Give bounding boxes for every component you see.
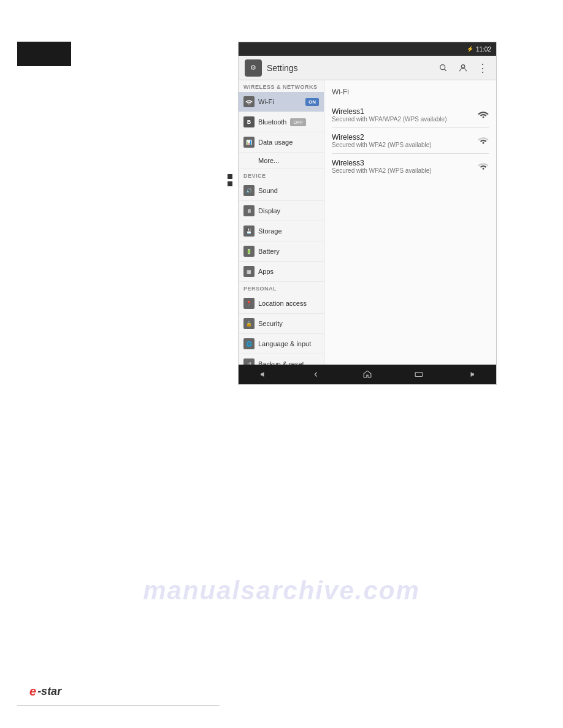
bullet-1 [228,174,232,179]
wifi-label: Wi-Fi [258,98,302,105]
wifi-network-3-security: Secured with WPA2 (WPS available) [332,167,478,174]
language-icon: 🌐 [243,338,255,349]
svg-line-1 [445,69,446,70]
data-usage-icon: 📊 [243,137,255,148]
backup-icon: ↺ [243,358,255,365]
black-rectangle [17,42,71,66]
nav-back[interactable] [307,365,325,384]
backup-reset-label: Backup & reset [258,360,304,365]
battery-icon: ⚡ [467,46,473,52]
wifi-network-2-name: Wireless2 [332,133,478,142]
section-personal: PERSONAL [239,282,324,294]
wifi-network-3-name: Wireless3 [332,159,478,167]
app-bar: ⚙ Settings ⋮ [239,56,496,80]
sidebar-item-data-usage[interactable]: 📊 Data usage [239,132,324,153]
estar-logo: e -star [29,684,61,699]
more-label: More... [243,157,279,164]
wifi-icon [243,96,255,107]
display-icon: 🖥 [243,205,255,216]
settings-app-icon: ⚙ [245,59,262,77]
display-label: Display [258,207,280,214]
battery-sidebar-icon: 🔋 [243,246,255,257]
user-action-icon[interactable] [456,61,470,75]
storage-icon: 💾 [243,226,255,237]
bottom-line [17,705,220,706]
wifi-network-wireless3[interactable]: Wireless3 Secured with WPA2 (WPS availab… [332,154,489,179]
sidebar-item-storage[interactable]: 💾 Storage [239,221,324,241]
battery-label: Battery [258,248,280,255]
wifi-panel-title: Wi-Fi [332,88,489,96]
nav-bar [239,365,496,384]
wifi-signal-2-icon [478,135,489,146]
estar-e: e [29,684,36,699]
status-bar-icons: ⚡ 11:02 [467,46,491,53]
data-usage-label: Data usage [258,138,293,146]
storage-label: Storage [258,227,282,235]
svg-marker-3 [261,372,264,377]
wifi-panel: Wi-Fi Wireless1 Secured with WPA/WPA2 (W… [324,80,496,365]
sidebar-item-security[interactable]: 🔒 Security [239,314,324,334]
app-bar-actions: ⋮ [436,61,490,75]
bullet-2 [228,181,232,186]
location-icon: 📍 [243,298,255,309]
search-action-icon[interactable] [436,61,451,75]
sidebar: WIRELESS & NETWORKS Wi-Fi ON B Bluetooth… [239,80,324,365]
sidebar-item-apps[interactable]: ▦ Apps [239,262,324,282]
sound-label: Sound [258,187,278,194]
wifi-network-2-info: Wireless2 Secured with WPA2 (WPS availab… [332,133,478,148]
bluetooth-label: Bluetooth [258,118,286,126]
nav-home[interactable] [358,365,377,384]
sound-icon: 🔊 [243,185,255,196]
security-label: Security [258,320,283,327]
status-bar: ⚡ 11:02 [239,42,496,56]
apps-label: Apps [258,268,274,275]
svg-rect-5 [415,373,423,377]
sidebar-item-more[interactable]: More... [239,153,324,169]
more-action-icon[interactable]: ⋮ [475,61,490,75]
nav-volume-up[interactable] [461,365,480,384]
sidebar-item-location-access[interactable]: 📍 Location access [239,294,324,314]
wifi-network-wireless2[interactable]: Wireless2 Secured with WPA2 (WPS availab… [332,128,489,154]
nav-volume-down[interactable] [255,365,274,384]
svg-point-2 [461,64,464,67]
estar-text: -star [37,685,61,698]
app-title: Settings [267,63,436,73]
apps-icon: ▦ [243,266,255,277]
nav-recents[interactable] [410,365,428,384]
bullet-marks [228,174,232,186]
wifi-network-wireless1[interactable]: Wireless1 Secured with WPA/WPA2 (WPS ava… [332,102,489,128]
bluetooth-icon: B [243,116,255,127]
location-access-label: Location access [258,300,307,307]
security-icon: 🔒 [243,318,255,329]
sidebar-item-bluetooth[interactable]: B Bluetooth OFF [239,112,324,132]
section-device: DEVICE [239,169,324,181]
sidebar-item-backup-reset[interactable]: ↺ Backup & reset [239,354,324,365]
sidebar-item-sound[interactable]: 🔊 Sound [239,181,324,201]
wifi-network-1-name: Wireless1 [332,107,478,116]
wifi-toggle[interactable]: ON [305,98,319,106]
content-area: WIRELESS & NETWORKS Wi-Fi ON B Bluetooth… [239,80,496,365]
sidebar-item-battery[interactable]: 🔋 Battery [239,241,324,262]
tablet-screen: ⚡ 11:02 ⚙ Settings ⋮ WIRELESS & NETWORKS [238,42,497,385]
watermark: manualsarchive.com [143,576,420,605]
wifi-signal-1-icon [478,110,489,120]
wifi-network-2-security: Secured with WPA2 (WPS available) [332,142,478,148]
wifi-signal-3-icon [478,161,489,172]
status-time: 11:02 [476,46,491,53]
language-input-label: Language & input [258,340,311,347]
wifi-network-1-info: Wireless1 Secured with WPA/WPA2 (WPS ava… [332,107,478,123]
wifi-network-3-info: Wireless3 Secured with WPA2 (WPS availab… [332,159,478,174]
bluetooth-toggle[interactable]: OFF [290,118,306,126]
wifi-network-1-security: Secured with WPA/WPA2 (WPS available) [332,116,478,123]
svg-marker-4 [364,371,371,377]
sidebar-item-display[interactable]: 🖥 Display [239,201,324,221]
svg-point-0 [440,64,445,69]
sidebar-item-wifi[interactable]: Wi-Fi ON [239,92,324,112]
section-wireless-networks: WIRELESS & NETWORKS [239,80,324,92]
sidebar-item-language-input[interactable]: 🌐 Language & input [239,334,324,354]
